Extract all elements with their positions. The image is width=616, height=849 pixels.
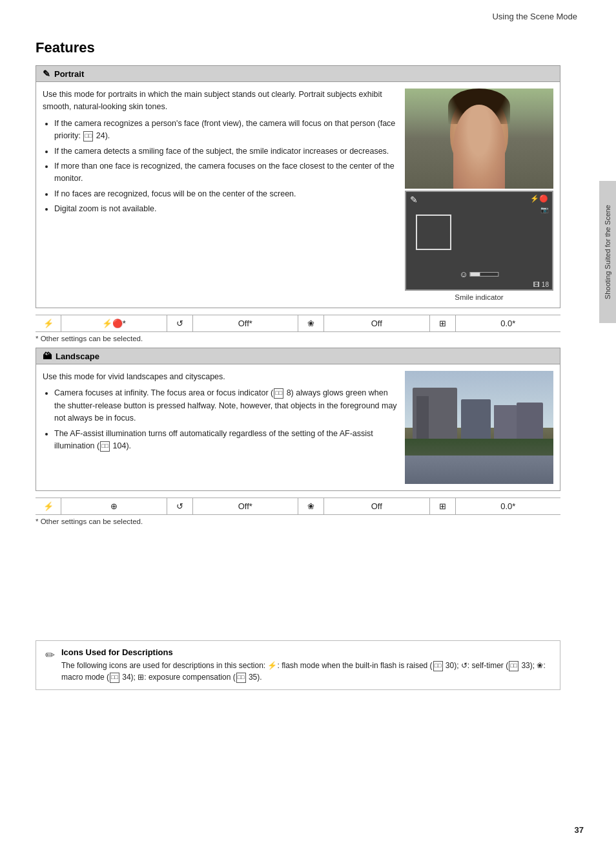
note-content: Icons Used for Descriptions The followin… [61, 647, 551, 683]
focus-indicator [416, 215, 451, 250]
landscape-flash-val-cell: ⊕ [61, 498, 167, 514]
portrait-text: Use this mode for portraits in which the… [43, 89, 397, 301]
landscape-body: Use this mode for vivid landscapes and c… [43, 371, 397, 383]
camera-screen: ✎ ⚡🔴 📷 ☺ 🎞 18 [405, 191, 553, 291]
landscape-macro-icon-cell: ❀ [298, 498, 324, 514]
landscape-flash-icon-cell: ⚡ [36, 498, 61, 514]
portrait-icon: ✎ [43, 68, 50, 79]
portrait-settings-row: ⚡ ⚡🔴* ↺ Off* ❀ Off ⊞ 0.0* [36, 315, 560, 332]
landscape-title: Landscape [56, 351, 99, 361]
smile-icon: ☺ [459, 269, 467, 279]
landscape-timer-icon-cell: ↺ [167, 498, 193, 514]
landscape-bullet-1: Camera focuses at infinity. The focus ar… [54, 387, 397, 424]
smile-label: Smile indicator [405, 293, 553, 301]
portrait-macro-val-cell: Off [324, 315, 430, 331]
portrait-body: Use this mode for portraits in which the… [43, 89, 397, 114]
sidebar-tab-label: Shooting Suited for the Scene [604, 205, 611, 299]
note-text: The following icons are used for descrip… [61, 660, 551, 683]
portrait-title: Portrait [54, 69, 84, 79]
smile-fill [471, 273, 480, 276]
landscape-exp-icon-cell: ⊞ [430, 498, 456, 514]
landscape-photo [405, 371, 553, 484]
landscape-icon: 🏔 [43, 351, 52, 361]
page-title: Features [36, 39, 560, 56]
portrait-section: ✎ Portrait Use this mode for portraits i… [36, 65, 560, 308]
landscape-content: Use this mode for vivid landscapes and c… [36, 364, 560, 490]
portrait-bullet-3: If more than one face is recognized, the… [54, 160, 397, 185]
portrait-flash-val-cell: ⚡🔴* [61, 315, 167, 331]
camera-portrait-icon: ✎ [410, 194, 418, 205]
landscape-header: 🏔 Landscape [36, 348, 560, 364]
portrait-exp-val-cell: 0.0* [456, 315, 561, 331]
landscape-settings-row: ⚡ ⊕ ↺ Off* ❀ Off ⊞ 0.0* [36, 498, 560, 515]
portrait-exp-icon-cell: ⊞ [430, 315, 456, 331]
main-content: Features ✎ Portrait Use this mode for po… [0, 26, 599, 703]
page-header: Using the Scene Mode [0, 0, 616, 26]
landscape-bullet-2: The AF-assist illumination turns off aut… [54, 428, 397, 453]
camera-flash-icon: ⚡🔴 [530, 194, 548, 203]
portrait-timer-val-cell: Off* [193, 315, 299, 331]
page-number: 37 [575, 825, 584, 835]
frame-counter: 🎞 18 [533, 281, 549, 288]
landscape-exp-val-cell: 0.0* [456, 498, 561, 514]
portrait-bullet-1: If the camera recognizes a person's face… [54, 118, 397, 143]
portrait-content: Use this mode for portraits in which the… [36, 82, 560, 308]
portrait-settings-note: * Other settings can be selected. [36, 335, 560, 342]
page: Using the Scene Mode Shooting Suited for… [0, 0, 616, 849]
landscape-macro-val-cell: Off [324, 498, 430, 514]
landscape-text: Use this mode for vivid landscapes and c… [43, 371, 397, 484]
note-icon: ✏ [45, 648, 55, 662]
portrait-bullet-5: Digital zoom is not available. [54, 203, 397, 215]
portrait-image-area: ✎ ⚡🔴 📷 ☺ 🎞 18 Smile indicat [405, 89, 553, 301]
portrait-header: ✎ Portrait [36, 66, 560, 82]
landscape-timer-val-cell: Off* [193, 498, 299, 514]
portrait-bullet-4: If no faces are recognized, focus will b… [54, 188, 397, 200]
portrait-timer-icon-cell: ↺ [167, 315, 193, 331]
landscape-section: 🏔 Landscape Use this mode for vivid land… [36, 348, 560, 491]
bottom-note: ✏ Icons Used for Descriptions The follow… [36, 640, 560, 690]
landscape-settings-note: * Other settings can be selected. [36, 518, 560, 525]
sidebar-tab: Shooting Suited for the Scene [599, 181, 616, 323]
portrait-macro-icon-cell: ❀ [298, 315, 324, 331]
spacer [36, 530, 560, 621]
smile-bar [470, 272, 499, 277]
note-title: Icons Used for Descriptions [61, 647, 551, 657]
camera-mode-icon: 📷 [540, 206, 548, 213]
portrait-flash-icon-cell: ⚡ [36, 315, 61, 331]
portrait-photo [405, 89, 553, 189]
header-title: Using the Scene Mode [492, 12, 577, 21]
portrait-bullets: If the camera recognizes a person's face… [54, 118, 397, 216]
landscape-bullets: Camera focuses at infinity. The focus ar… [54, 387, 397, 452]
landscape-image-area [405, 371, 553, 484]
portrait-bullet-2: If the camera detects a smiling face of … [54, 145, 397, 158]
